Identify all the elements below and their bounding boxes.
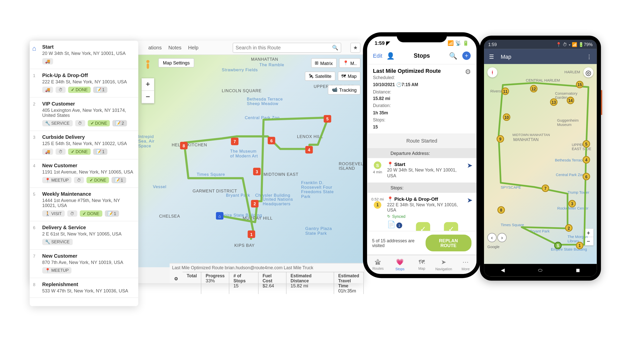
sidebar-stop-item[interactable]: 7 New Customer 870 7th Ave, New York, NY…: [30, 250, 138, 278]
map-marker[interactable]: 4: [305, 146, 313, 154]
tab-stops[interactable]: 💗Stops: [389, 255, 411, 274]
map-marker-start[interactable]: S: [554, 242, 562, 249]
map-marker[interactable]: 3: [253, 168, 261, 175]
map-marker[interactable]: 8: [180, 142, 188, 149]
map-marker[interactable]: 7: [542, 184, 549, 192]
sidebar-stop-item[interactable]: 6 Delivery & Service 2 E 61st St, New Yo…: [30, 221, 138, 250]
map-marker[interactable]: 4: [583, 156, 590, 164]
section-stops: Stops:: [367, 183, 476, 193]
android-mockup: 1:59 📍 ⏱ ▾ 📶 🔋79% ☰ Map ⋮ ◎ + − ‹ ›: [480, 36, 601, 281]
map-marker[interactable]: 1: [248, 230, 255, 238]
tab-routes[interactable]: 🛣Routes: [367, 255, 389, 274]
map-canvas[interactable]: Map Settings + − ⊞ Matrix 📍 M.. 🛰 Satell…: [138, 55, 364, 267]
navigate-icon[interactable]: ➤: [467, 162, 472, 179]
map-marker[interactable]: 6: [268, 137, 275, 144]
notes-badge: 📝 1: [105, 210, 119, 217]
sidebar-stop-item[interactable]: 1 Pick-Up & Drop-Off 222 E 34th St, New …: [30, 69, 138, 97]
tab-map[interactable]: 🗺Map: [411, 255, 433, 274]
map-marker[interactable]: 5: [583, 140, 590, 148]
map-marker[interactable]: 3: [568, 200, 576, 208]
tab-navigation[interactable]: ➤Navigation: [433, 255, 455, 274]
stop-title: VIP Customer: [42, 101, 134, 107]
map-marker[interactable]: 12: [530, 85, 538, 92]
done-badge: ✓ DONE: [68, 149, 91, 155]
satellite-button[interactable]: 🛰 Satellite: [305, 72, 335, 81]
stop-number: 4: [33, 163, 35, 168]
add-stop-button[interactable]: +: [462, 52, 471, 60]
stop-address: 2 E 61st St, New York, NY 10065, USA: [42, 231, 134, 236]
stop-address: 222 E 34th St, New York, NY 10016, USA: [42, 79, 134, 84]
map-marker[interactable]: 1: [576, 242, 583, 249]
sidebar-stop-item[interactable]: 3 Curbside Delivery 125 E 54th St, New Y…: [30, 131, 138, 159]
stop-row-start[interactable]: S4 min 📍 Start 20 W 34th St, New York, N…: [367, 158, 476, 183]
tab-more[interactable]: ⋯More: [455, 255, 476, 274]
search-input-wrap[interactable]: 🔍: [233, 43, 341, 53]
map-marker[interactable]: 13: [550, 98, 557, 106]
menu-notes[interactable]: Notes: [168, 45, 181, 50]
screen-title: Map: [501, 53, 511, 60]
edit-button[interactable]: Edit: [373, 53, 382, 59]
stop-title: Delivery & Service: [42, 225, 134, 230]
stop-address: 405 Lexington Ave, New York, NY 10174, U…: [42, 108, 134, 118]
timer-badge: ⏱: [56, 87, 66, 93]
stop-number: 2: [33, 102, 35, 106]
map-marker[interactable]: 5: [324, 115, 331, 123]
total-label: Total: [187, 273, 197, 278]
map-marker[interactable]: 15: [576, 81, 583, 88]
map-marker[interactable]: 2: [251, 200, 259, 208]
tool-badge: 🔧 SERVICE: [42, 120, 72, 126]
favorite-button[interactable]: ★: [350, 43, 360, 53]
search-icon[interactable]: 🔍: [449, 52, 457, 60]
app-bar: ☰ Map ⋮: [484, 49, 597, 64]
tracking-button[interactable]: 📹 Tracking: [328, 85, 360, 94]
map-marker[interactable]: 14: [567, 97, 574, 104]
sidebar-stop-item[interactable]: ⌂ Start 20 W 34th St, New York, NY 10001…: [30, 41, 138, 69]
truck-badge: 🚚: [42, 87, 53, 93]
driver-icon[interactable]: 👤: [386, 52, 395, 60]
map-marker-start[interactable]: ⌂: [216, 212, 223, 220]
gear-icon[interactable]: ⚙: [465, 68, 471, 76]
home-icon: ⌂: [32, 45, 36, 52]
map-marker[interactable]: 9: [497, 135, 504, 143]
menu-help[interactable]: Help: [188, 45, 198, 50]
zoom-out-button[interactable]: −: [142, 91, 154, 104]
map-marker[interactable]: 2: [565, 224, 573, 232]
stop-address: 125 E 54th St, New York, NY 10022, USA: [42, 141, 134, 146]
stop-address: 20 W 34th St, New York, NY 10001, USA: [42, 51, 134, 56]
sidebar-stop-item[interactable]: 2 VIP Customer 405 Lexington Ave, New Yo…: [30, 97, 138, 131]
timer-badge: ⏱: [75, 120, 85, 126]
stop-number: 7: [33, 254, 35, 258]
menu-icon[interactable]: ☰: [489, 53, 494, 60]
android-back-icon[interactable]: ◀: [501, 267, 505, 273]
gear-icon[interactable]: ⚙: [171, 274, 181, 284]
android-status-bar: 1:59 📍 ⏱ ▾ 📶 🔋79%: [484, 40, 597, 49]
sidebar-stop-item[interactable]: 8 Replenishment 533 W 47th St, New York,…: [30, 278, 138, 298]
stop-title: New Customer: [42, 253, 134, 259]
matrix-button[interactable]: ⊞ Matrix: [311, 58, 336, 68]
map-marker[interactable]: 6: [583, 173, 590, 180]
map-marker[interactable]: 11: [502, 87, 509, 95]
search-input[interactable]: [235, 45, 332, 50]
route-header: Last Mile Optimized Route Scheduled: 10/…: [367, 64, 476, 134]
map-canvas[interactable]: ◎ + − ‹ › Google HARLEM CENTRAL HARLEM R…: [484, 64, 597, 264]
sidebar-stop-item[interactable]: 5 Weekly Maintenance 1444 1st Avenue #75…: [30, 188, 138, 221]
map-marker[interactable]: 8: [497, 206, 505, 214]
menu-actions-partial[interactable]: ations: [148, 45, 162, 50]
android-recent-icon[interactable]: ◼: [576, 267, 580, 273]
streetview-pegman-icon[interactable]: [143, 58, 153, 73]
sidebar-stop-item[interactable]: 4 New Customer 1191 1st Avenue, New York…: [30, 159, 138, 188]
map-layers-button[interactable]: 🗺 Map: [338, 72, 360, 81]
zoom-control: + −: [142, 78, 154, 104]
map-settings-button[interactable]: Map Settings: [158, 58, 194, 67]
tool-badge: 🔧 SERVICE: [42, 239, 72, 245]
status-icons: 📍 ⏱ ▾ 📶 🔋79%: [556, 42, 593, 47]
map-marker[interactable]: 10: [503, 113, 510, 121]
android-home-icon[interactable]: ⬭: [538, 267, 542, 273]
replan-button[interactable]: REPLAN ROUTE: [425, 235, 471, 251]
map-dropdown-button[interactable]: 📍 M..: [339, 58, 360, 68]
android-nav-bar: ◀ ⬭ ◼: [484, 264, 597, 277]
more-icon[interactable]: ⋮: [586, 53, 592, 60]
route-started-banner: Route Started: [367, 134, 476, 148]
map-marker[interactable]: 7: [231, 138, 238, 145]
zoom-in-button[interactable]: +: [142, 78, 154, 91]
